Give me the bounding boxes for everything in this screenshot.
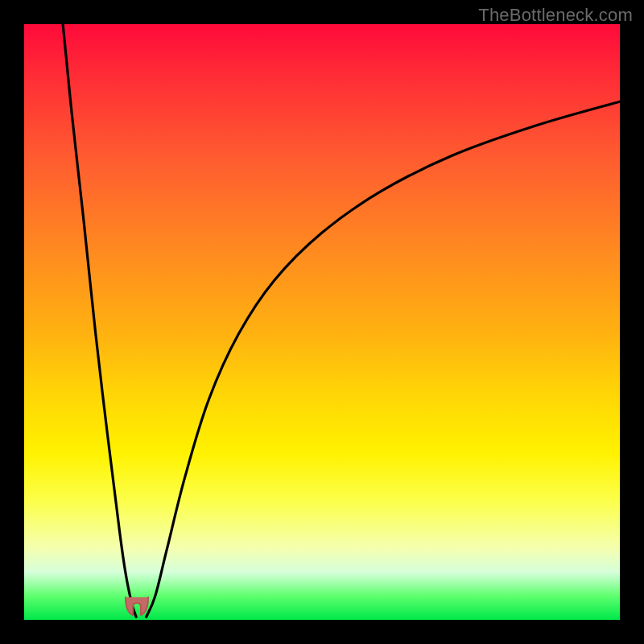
u-notch-icon xyxy=(126,597,148,615)
optimal-marker xyxy=(122,596,151,618)
watermark-text: TheBottleneck.com xyxy=(478,5,633,26)
curve-left-branch xyxy=(63,24,136,617)
plot-area xyxy=(24,24,620,620)
bottleneck-curve xyxy=(24,24,620,620)
curve-right-branch xyxy=(147,101,620,617)
outer-frame: TheBottleneck.com xyxy=(0,0,644,644)
